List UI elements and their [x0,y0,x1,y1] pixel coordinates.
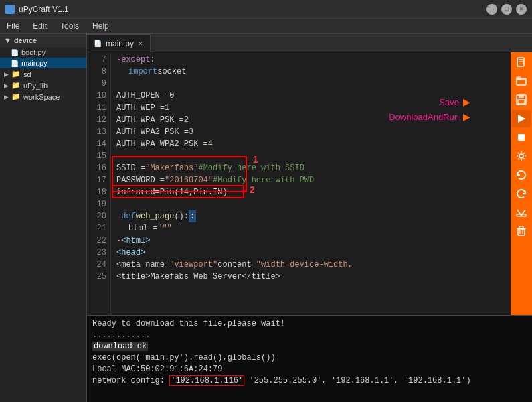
sidebar-filename: boot.py [21,48,46,56]
save-text: Save [439,97,459,107]
line-numbers: 7 8 9 10 11 12 13 14 15 16 17 18 19 20 2… [87,52,111,315]
menu-edit[interactable]: Edit [30,20,50,32]
toolbar-save-button[interactable] [512,91,531,109]
file-icon: 📄 [11,60,19,67]
app-title: uPyCraft V1.1 [19,5,69,14]
code-line [116,78,511,90]
terminal-download-ok: download ok [92,341,527,352]
tab-file-icon: 📄 [94,40,102,47]
menu-tools[interactable]: Tools [58,20,82,32]
toolbar-erase-button[interactable] [512,204,531,221]
toolbar-new-button[interactable] [512,54,531,71]
svg-marker-8 [518,115,525,123]
code-line: AUTH_WPA_WPA2_PSK = 4 [116,138,511,150]
sidebar-item-boot[interactable]: 📄 boot.py [0,47,86,58]
content-area: 📄 main.py ✕ 7 8 9 10 11 12 13 14 15 [87,34,532,402]
terminal-line: Local MAC:50:02:91:6A:24:79 [92,364,527,375]
sidebar-folder-label: uPy_lib [23,82,48,90]
title-bar: uPyCraft V1.1 ─ □ ✕ [0,0,532,19]
arrow-icon: ▶ [4,71,9,78]
download-text: DownloadAndRun [389,112,459,122]
sidebar-folder-workspace[interactable]: ▶ 📁 workSpace [0,91,86,103]
menu-bar: File Edit Tools Help [0,19,532,34]
code-line: html = """ [116,222,511,234]
tab-label: main.py [106,39,134,48]
sidebar-folder-label: workSpace [23,93,60,101]
sidebar-folder-upylib[interactable]: ▶ 📁 uPy_lib [0,80,86,91]
main-layout: ▼ device 📄 boot.py 📄 main.py ▶ 📁 sd ▶ 📁 … [0,34,532,402]
terminal-network-config: network config: '192.168.1.116' '255.255… [92,375,527,387]
svg-point-10 [519,154,523,158]
folder-icon: 📁 [11,92,21,101]
code-line: <head> [116,247,511,259]
folder-icon: 📁 [11,81,21,90]
sidebar-header: ▼ device [0,34,86,47]
sidebar: ▼ device 📄 boot.py 📄 main.py ▶ 📁 sd ▶ 📁 … [0,34,87,402]
tab-bar: 📄 main.py ✕ [87,34,532,52]
terminal-area[interactable]: Ready to download this file,please wait!… [87,315,532,402]
sidebar-title: device [14,36,37,44]
code-line: -def web_page():: [116,210,511,222]
code-line: import socket [116,66,511,78]
menu-help[interactable]: Help [90,20,112,32]
code-line: <title>Makefabs Web Server</title> [116,271,511,283]
menu-file[interactable]: File [4,20,22,32]
tab-close-button[interactable]: ✕ [138,40,143,47]
app-icon [5,5,15,14]
code-editor[interactable]: -except: import socket AUTH_OPEN = 0 AUT… [111,52,511,315]
save-arrow-icon: ▶ [463,96,470,107]
toolbar-undo-button[interactable] [512,166,531,184]
right-toolbar [511,52,532,315]
sidebar-folder-label: sd [23,70,31,78]
download-label: DownloadAndRun ▶ [389,111,470,122]
sidebar-filename: main.py [21,59,48,67]
svg-rect-14 [519,226,523,228]
folder-icon: 📁 [11,70,21,78]
code-line: <meta name="viewport" content="width=dev… [116,259,511,271]
svg-rect-12 [518,229,525,235]
code-line: PASSWORD = "20160704" #Modify here with … [116,174,511,186]
toolbar-open-button[interactable] [512,72,531,90]
tab-main-py[interactable]: 📄 main.py ✕ [87,34,151,52]
arrow-icon: ▶ [4,82,9,89]
download-arrow-icon: ▶ [463,111,470,122]
title-text: uPyCraft V1.1 [5,5,69,14]
code-line: infrared=Pin(14,Pin.IN) [116,186,511,198]
close-button[interactable]: ✕ [516,4,527,15]
minimize-button[interactable]: ─ [486,4,497,15]
code-line: - <html> [116,234,511,247]
code-line: -except: [116,54,511,66]
arrow-icon: ▼ [4,36,11,44]
maximize-button[interactable]: □ [501,4,512,15]
toolbar-delete-button[interactable] [512,222,531,240]
file-icon: 📄 [11,49,19,56]
code-line: SSID = "Makerfabs" #Modify here with SSI… [116,162,511,174]
code-line: AUTH_WPA2_PSK = 3 [116,126,511,138]
download-ok-badge: download ok [92,342,148,351]
toolbar-redo-button[interactable] [512,185,531,202]
toolbar-settings-button[interactable] [512,147,531,165]
toolbar-run-button[interactable] [512,110,531,127]
svg-rect-6 [519,95,524,98]
terminal-line: ............ [92,330,527,341]
svg-rect-7 [518,100,525,104]
sidebar-folder-sd[interactable]: ▶ 📁 sd [0,68,86,80]
ip-address-badge: '192.168.1.116' [169,375,244,386]
toolbar-stop-button[interactable] [512,129,531,146]
window-controls: ─ □ ✕ [486,4,527,15]
editor-area: 7 8 9 10 11 12 13 14 15 16 17 18 19 20 2… [87,52,511,315]
code-line [116,198,511,210]
save-label: Save ▶ [439,96,470,107]
sidebar-item-main[interactable]: 📄 main.py [0,58,86,68]
arrow-icon: ▶ [4,94,9,100]
terminal-line: exec(open('main.py').read(),globals()) [92,352,527,364]
code-line [116,150,511,162]
terminal-line: Ready to download this file,please wait! [92,318,527,330]
svg-rect-9 [518,134,525,141]
